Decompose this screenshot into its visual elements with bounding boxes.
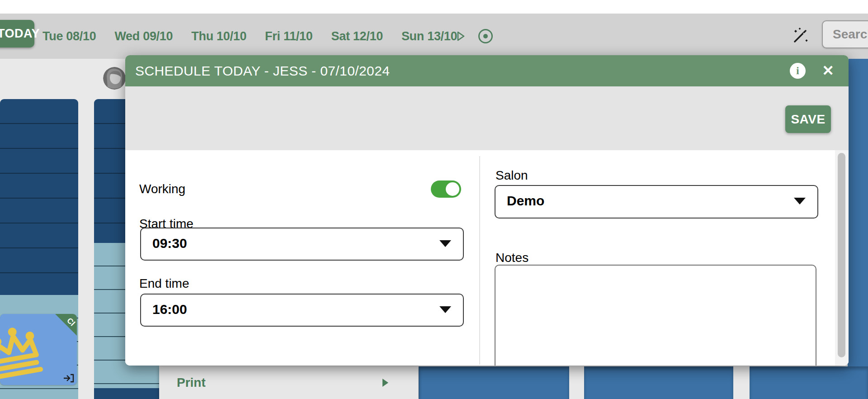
schedule-dialog: SCHEDULE TODAY - JESS - 07/10/2024 i ✕ S… [125,55,849,366]
day-tab[interactable]: Thu 10/10 [191,29,246,43]
start-time-value: 09:30 [152,228,187,258]
day-tab[interactable]: Wed 09/10 [114,29,173,43]
notes-label: Notes [495,251,528,265]
end-time-value: 16:00 [152,294,187,324]
calendar-appointment-block[interactable] [750,366,868,399]
info-icon[interactable]: i [790,63,806,79]
dropdown-caret-icon [439,306,451,313]
dropdown-caret-icon [794,198,806,204]
salon-value: Demo [507,186,544,215]
dialog-header: SCHEDULE TODAY - JESS - 07/10/2024 i ✕ [125,55,849,86]
calendar-appointment-block[interactable] [419,366,569,399]
column-divider [479,156,480,365]
end-time-select[interactable]: 16:00 [140,294,464,327]
dialog-scrollbar-thumb[interactable] [838,153,845,357]
dialog-title: SCHEDULE TODAY - JESS - 07/10/2024 [135,55,390,86]
salon-select[interactable]: Demo [495,185,818,218]
app-root: Cl Print TODAY Tue 08/10Wed 09/10Thu 10/… [0,0,868,399]
checkout-arrow-icon [63,374,74,383]
calendar-column-1-booked [0,99,78,295]
save-button[interactable]: SAVE [785,105,831,133]
context-menu: Print [159,366,418,399]
notes-input[interactable] [495,265,816,366]
end-time-label: End time [139,276,189,291]
today-tab[interactable]: TODAY [0,20,34,48]
staff-avatar[interactable] [103,67,126,90]
close-icon[interactable]: ✕ [822,61,834,81]
menu-item-print[interactable]: Print [159,366,418,399]
day-tab[interactable]: Tue 08/10 [42,29,96,43]
calendar-column-2-appointment[interactable] [94,388,159,399]
working-label: Working [139,182,185,196]
calendar-appointment-block[interactable] [584,366,733,399]
submenu-arrow-icon [382,379,388,387]
day-tabs: Tue 08/10Wed 09/10Thu 10/10Fri 11/10Sat … [42,14,457,59]
dropdown-caret-icon [439,240,451,247]
day-navigation-bar: TODAY Tue 08/10Wed 09/10Thu 10/10Fri 11/… [0,14,868,59]
current-time-icon[interactable] [478,29,493,43]
dialog-scrollbar-track [835,150,849,366]
salon-label: Salon [495,168,528,183]
day-tab[interactable]: Sat 12/10 [331,29,383,43]
calendar-column-right [848,59,868,399]
start-time-select[interactable]: 09:30 [140,228,464,261]
print-label: Print [177,375,206,390]
search-button[interactable]: Search [822,20,868,48]
day-tab[interactable]: Fri 11/10 [265,29,312,43]
crown-icon [0,320,49,384]
working-toggle[interactable] [431,180,461,198]
avatar-photo [103,67,126,90]
magic-wand-icon[interactable] [791,26,809,44]
next-days-icon[interactable] [456,30,466,42]
dialog-toolbar [125,86,849,150]
corner-flag [55,314,77,336]
toggle-thumb [446,182,459,196]
vip-appointment-block[interactable]: Cl [0,314,77,385]
day-tab[interactable]: Sun 13/10 [401,29,457,43]
